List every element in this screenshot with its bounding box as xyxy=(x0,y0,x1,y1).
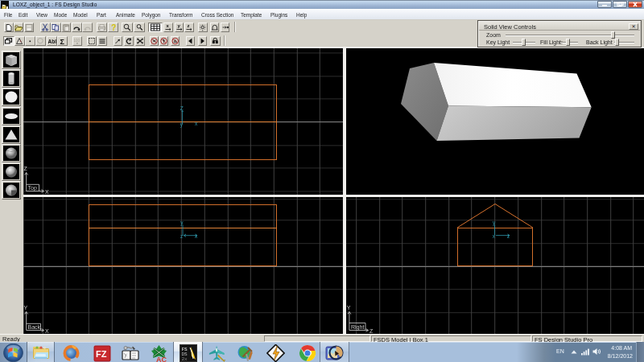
svg-text:Z: Z xyxy=(369,328,374,334)
svg-text:z: z xyxy=(188,23,190,28)
svg-text:X: X xyxy=(45,328,49,334)
svg-text:y: y xyxy=(177,23,180,28)
svg-text:X: X xyxy=(45,189,49,195)
svg-text:Y: Y xyxy=(347,305,351,311)
svg-text:z: z xyxy=(180,233,183,239)
svg-text:x: x xyxy=(195,121,198,126)
svg-text:2x: 2x xyxy=(182,356,188,362)
svg-text:Right: Right xyxy=(351,324,364,331)
svg-text:Y: Y xyxy=(24,305,28,311)
svg-text:Top: Top xyxy=(28,185,37,191)
svg-text:AC: AC xyxy=(156,356,167,362)
svg-text:y: y xyxy=(180,220,184,226)
svg-text:x: x xyxy=(493,233,496,239)
svg-text:x: x xyxy=(195,233,198,239)
svg-text:Z: Z xyxy=(24,166,28,171)
svg-text:FZ: FZ xyxy=(96,349,107,359)
svg-text:x: x xyxy=(167,23,170,28)
svg-text:100: 100 xyxy=(73,38,80,42)
svg-text:Back: Back xyxy=(28,324,41,330)
svg-text:?: ? xyxy=(111,23,116,31)
svg-text:Abl: Abl xyxy=(47,38,56,43)
svg-text:z: z xyxy=(507,233,510,239)
svg-text:Σ: Σ xyxy=(60,38,65,46)
svg-text:y: y xyxy=(180,121,184,128)
svg-text:y: y xyxy=(493,220,496,226)
svg-text:Z: Z xyxy=(180,105,184,111)
